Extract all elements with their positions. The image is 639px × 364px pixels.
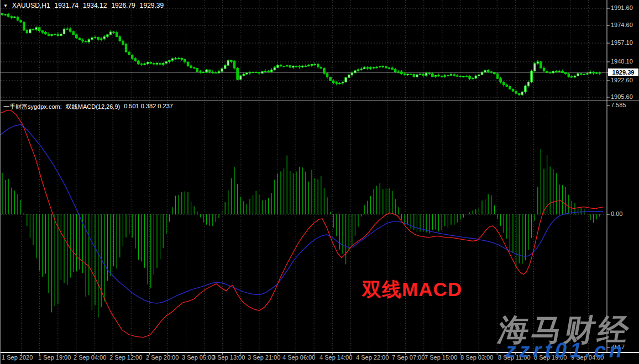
time-axis-label: 7 Sep 15:00 — [425, 354, 457, 361]
price-axis-label: 1940.10 — [611, 58, 633, 65]
macd-axis-label: 7.585 — [611, 102, 626, 108]
time-axis-label: 2 Sep 12:00 — [109, 354, 142, 361]
macd-axis-label: 0.00 — [611, 210, 622, 217]
indicator-label-bar: 一手财富sygdpx.com: 双线MACD(12,26,9) 0.501 0.… — [3, 103, 173, 111]
indicator-name-label: 双线MACD(12,26,9) — [66, 103, 120, 111]
time-axis-label: 4 Sep 06:00 — [282, 354, 315, 361]
symbol-ohlc-bar: ▼ XAUUSD,H1 1931.74 1934.12 1926.79 1929… — [3, 2, 164, 9]
chart-dropdown-icon[interactable]: ▼ — [3, 3, 8, 8]
current-price-tag: 1929.39 — [608, 68, 638, 76]
mt4-chart-window: ▼ XAUUSD,H1 1931.74 1934.12 1926.79 1929… — [0, 0, 639, 364]
watermark-macd-text: 双线MACD — [362, 277, 462, 303]
time-axis-label: 1 Sep 19:00 — [38, 354, 71, 361]
price-axis-label: 1922.60 — [611, 77, 633, 83]
time-axis-label: 7 Sep 07:00 — [392, 354, 425, 361]
watermark-url-text: zzrt01.cn — [503, 339, 628, 362]
price-axis-label: 1905.60 — [611, 93, 633, 100]
time-axis-label: 3 Sep 13:00 — [212, 354, 245, 361]
time-axis-label: 4 Sep 14:00 — [320, 354, 352, 361]
price-axis-label: 1991.60 — [611, 4, 633, 11]
time-axis-label: 2 Sep 04:00 — [74, 354, 106, 361]
price-axis-label: 1974.60 — [611, 22, 633, 28]
indicator-source-label: 一手财富sygdpx.com: — [3, 103, 62, 111]
ohlc-open: 1931.74 — [55, 2, 78, 9]
ohlc-low: 1926.79 — [111, 2, 135, 9]
time-axis-label: 8 Sep 03:00 — [460, 354, 493, 361]
time-axis-label: 4 Sep 22:00 — [356, 354, 389, 361]
price-axis-label: 1957.10 — [611, 39, 633, 46]
indicator-values-label: 0.501 0.382 0.237 — [124, 103, 173, 111]
ohlc-high: 1934.12 — [83, 2, 107, 9]
time-axis-label: 2 Sep 20:00 — [146, 354, 179, 361]
symbol-name: XAUUSD,H1 — [12, 2, 50, 9]
time-axis-label: 3 Sep 21:00 — [248, 354, 280, 361]
time-axis-label: 1 Sep 2020 — [2, 354, 33, 361]
ohlc-close: 1929.39 — [140, 2, 164, 9]
time-axis-label: 3 Sep 05:00 — [182, 354, 214, 361]
